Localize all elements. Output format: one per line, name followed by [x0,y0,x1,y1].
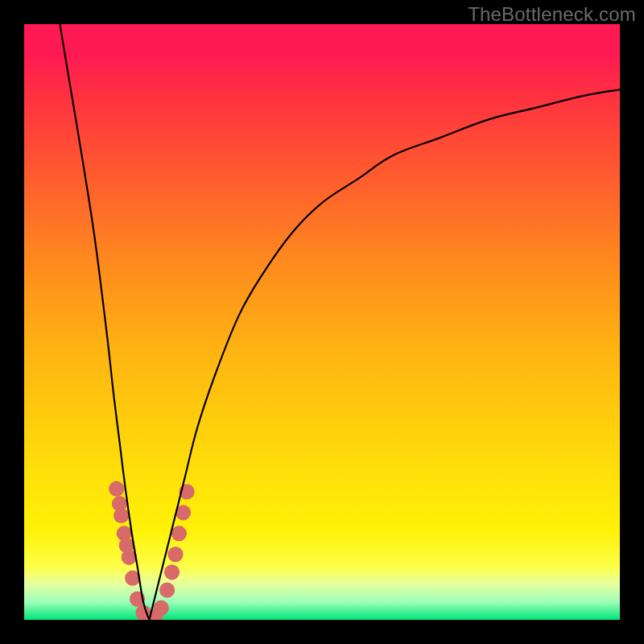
chart-marker [164,564,180,580]
chart-marker [154,601,169,616]
chart-frame: TheBottleneck.com [0,0,644,644]
bottleneck-curve-right [149,89,620,620]
chart-markers [109,481,195,620]
chart-marker [167,547,183,562]
watermark-text: TheBottleneck.com [468,3,636,26]
chart-svg [24,24,620,620]
chart-marker [114,508,129,523]
chart-plot-area [24,24,620,620]
chart-marker [109,481,124,497]
bottleneck-curve-left [60,24,149,620]
chart-marker [159,582,175,597]
chart-marker [171,526,187,541]
